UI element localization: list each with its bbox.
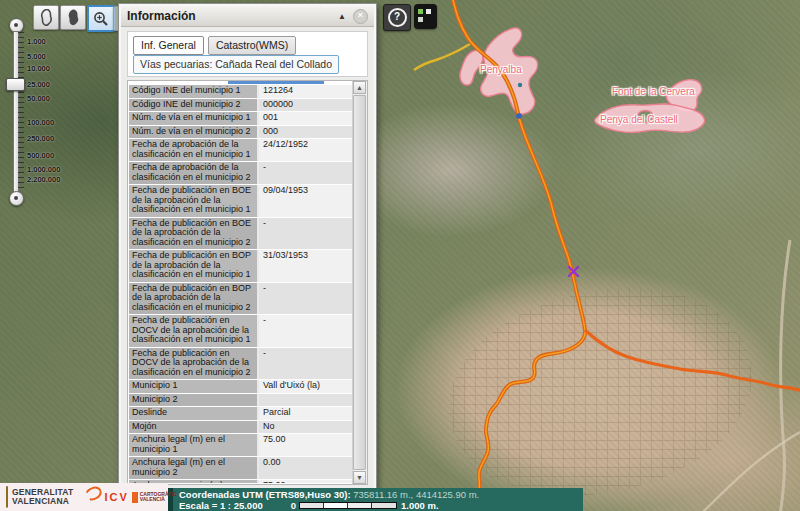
table-row: Fecha de publicación en DOCV de la aprob… <box>129 315 352 348</box>
table-row: Fecha de aprobación de la clasificación … <box>129 162 352 185</box>
row-value: - <box>259 348 352 380</box>
attribute-table: Código INE del municipio 1121264Código I… <box>127 80 368 485</box>
row-value: No <box>259 421 352 434</box>
row-value: 31/03/1953 <box>259 250 352 282</box>
table-row: DeslindeParcial <box>129 407 352 421</box>
scroll-down-button[interactable]: ▼ <box>353 471 366 484</box>
status-bar: Coordenadas UTM (ETRS89,Huso 30): 735811… <box>168 488 583 511</box>
coordinates-label: Coordenadas UTM (ETRS89,Huso 30): <box>179 489 351 500</box>
scale-label: 1.000.000 <box>27 165 60 174</box>
tool-region-zoom-button[interactable] <box>60 5 86 30</box>
row-value: 75.00 <box>259 480 352 483</box>
zoom-in-icon <box>92 10 110 28</box>
tool-region-overview-button[interactable] <box>33 5 59 30</box>
row-label: Municipio 2 <box>129 394 259 407</box>
table-row: Código INE del municipio 2000000 <box>129 99 352 113</box>
tab-card: Inf. GeneralCatastro(WMS) Vías pecuarias… <box>127 31 368 77</box>
scalebar-max-label: 1.000 m. <box>401 500 439 511</box>
info-panel: Información ▲ × Inf. GeneralCatastro(WMS… <box>118 3 377 491</box>
row-value: - <box>259 162 352 184</box>
row-label: Código INE del municipio 2 <box>129 99 259 112</box>
scale-label: 250.000 <box>27 134 54 143</box>
table-row: Anchura legal (m) en el municipio 175.00 <box>129 434 352 457</box>
region-map-icon <box>38 9 54 27</box>
row-label: Fecha de publicación en DOCV de la aprob… <box>129 348 259 380</box>
panel-title: Información <box>127 9 196 23</box>
scalebar-zero-label: 0 <box>291 500 296 511</box>
table-row: Municipio 2 <box>129 394 352 408</box>
road-line <box>780 240 790 511</box>
gis-viewer-window: Penyalba Font de la Cervera Penya del Ca… <box>0 0 800 511</box>
row-value: 000000 <box>259 99 352 112</box>
table-row: Fecha de aprobación de la clasificación … <box>129 139 352 162</box>
feature-selector-button[interactable]: Vías pecuarias: Cañada Real del Collado <box>133 55 339 74</box>
row-label: Código INE del municipio 1 <box>129 85 259 98</box>
table-row: Fecha de publicación en BOP de la aproba… <box>129 283 352 316</box>
scalebar-graphic <box>299 502 397 509</box>
table-row: Núm. de vía en el municipio 2000 <box>129 126 352 140</box>
row-value: 0.00 <box>259 457 352 479</box>
gva-logo: GENERALITAT VALENCIANA <box>12 488 73 506</box>
row-value: 75.00 <box>259 434 352 456</box>
coordinates-readout: Coordenadas UTM (ETRS89,Huso 30): 735811… <box>173 488 583 500</box>
vertical-scrollbar-thumb[interactable] <box>353 95 366 470</box>
branding-bar: GENERALITAT VALENCIANA ICV CARTOGRÀFIC V… <box>0 483 168 511</box>
slider-handle[interactable] <box>6 78 25 91</box>
vertical-scrollbar[interactable]: ▲ ▼ <box>352 81 367 484</box>
info-panel-header[interactable]: Información ▲ × <box>121 6 374 27</box>
scale-label: 2.200.000 <box>27 175 60 184</box>
scale-label: 5.000 <box>27 52 46 61</box>
icv-swirl-icon <box>83 484 104 503</box>
scale-label: 10.000 <box>27 64 50 73</box>
tab-catastro-wms-[interactable]: Catastro(WMS) <box>208 36 296 55</box>
tab-inf-general[interactable]: Inf. General <box>133 36 204 55</box>
scale-label: 500.000 <box>27 151 54 160</box>
region-map-filled-icon <box>65 9 81 27</box>
table-row: Municipio 1Vall d'Uixó (la) <box>129 380 352 394</box>
row-label: Núm. de vía en el municipio 1 <box>129 112 259 125</box>
map-label-penyalba: Penyalba <box>480 64 522 75</box>
scale-label: 1.000 <box>27 37 46 46</box>
row-label: Municipio 1 <box>129 380 259 393</box>
table-row: MojónNo <box>129 421 352 435</box>
close-panel-button[interactable]: × <box>353 9 368 24</box>
qr-code-icon <box>418 9 423 14</box>
slider-zoom-out-knob[interactable] <box>9 191 24 206</box>
row-label: Fecha de aprobación de la clasificación … <box>129 139 259 161</box>
help-button[interactable]: ? <box>383 4 411 31</box>
row-value: - <box>259 283 352 315</box>
gva-coat-of-arms-icon <box>6 486 8 508</box>
table-row: Fecha de publicación en BOE de la aproba… <box>129 185 352 218</box>
row-label: Fecha de publicación en BOP de la aproba… <box>129 250 259 282</box>
row-value: 001 <box>259 112 352 125</box>
row-label: Deslinde <box>129 407 259 420</box>
map-label-font-de-la-cervera: Font de la Cervera <box>612 86 695 97</box>
blue-point-marker <box>516 113 522 119</box>
row-label: Fecha de publicación en BOP de la aproba… <box>129 283 259 315</box>
icv-logo: ICV CARTOGRÀFIC VALENCIÀ <box>85 491 176 503</box>
table-row: Fecha de publicación en DOCV de la aprob… <box>129 348 352 381</box>
row-label: Fecha de aprobación de la clasificación … <box>129 162 259 184</box>
row-value <box>259 394 352 407</box>
scroll-up-button[interactable]: ▲ <box>353 81 366 94</box>
tool-zoom-in-button-selected[interactable] <box>87 5 115 32</box>
row-label: Fecha de publicación en BOE de la aproba… <box>129 218 259 250</box>
row-value: Vall d'Uixó (la) <box>259 380 352 393</box>
row-value: Parcial <box>259 407 352 420</box>
scale-label: 50.000 <box>27 94 50 103</box>
question-mark-icon: ? <box>388 8 407 27</box>
row-label: Anchura legal (m) en el municipio 2 <box>129 457 259 479</box>
collapse-panel-button[interactable]: ▲ <box>338 12 346 21</box>
scale-label: 100.000 <box>27 118 54 127</box>
row-value: - <box>259 218 352 250</box>
table-row: Núm. de vía en el municipio 1001 <box>129 112 352 126</box>
table-row: Fecha de publicación en BOE de la aproba… <box>129 218 352 251</box>
qr-code-button[interactable] <box>414 4 437 29</box>
coordinates-value: 735811.16 m., 4414125.90 m. <box>353 489 479 500</box>
row-value: 121264 <box>259 85 352 98</box>
horizontal-scrollbar-thumb[interactable] <box>228 81 324 84</box>
map-label-penya-del-castell: Penya del Castell <box>600 114 678 125</box>
table-row: Fecha de publicación en BOP de la aproba… <box>129 250 352 283</box>
row-value: 000 <box>259 126 352 139</box>
scale-label: 25.000 <box>27 80 50 89</box>
